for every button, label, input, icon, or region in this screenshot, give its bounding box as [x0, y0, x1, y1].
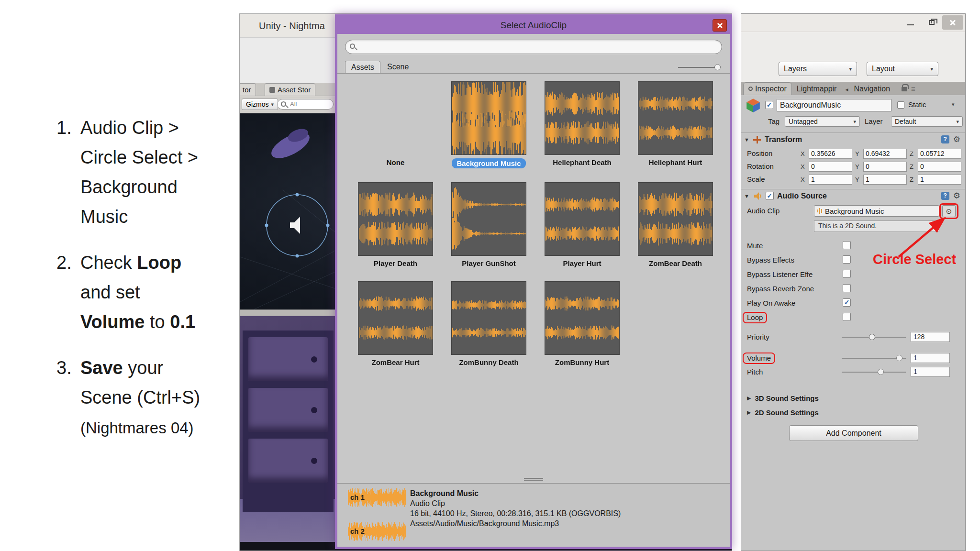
- waveform-thumbnail[interactable]: [638, 182, 713, 256]
- help-icon[interactable]: ?: [941, 135, 949, 143]
- step-line: Music: [80, 202, 198, 231]
- waveform-thumbnail[interactable]: [358, 281, 433, 355]
- axis-value-field[interactable]: 1: [809, 175, 852, 185]
- slider-handle[interactable]: [896, 355, 902, 361]
- asset-store-icon: [269, 87, 275, 93]
- axis-value-field[interactable]: 1: [918, 175, 961, 185]
- transform-component-header[interactable]: ▼ Transform ? ⚙: [741, 132, 965, 146]
- sound-settings-fold[interactable]: ▶3D Sound Settings: [747, 392, 819, 404]
- audio-source-enabled-checkbox[interactable]: ✓: [766, 192, 774, 200]
- audioclip-item[interactable]: Player GunShot: [451, 182, 526, 267]
- dialog-search-input[interactable]: [345, 40, 722, 54]
- slider-track[interactable]: [842, 358, 906, 359]
- property-checkbox[interactable]: [843, 255, 851, 264]
- property-label: Bypass Reverb Zone: [747, 283, 814, 294]
- fold-open-icon[interactable]: ▼: [744, 137, 749, 143]
- tab-asset-store[interactable]: Asset Stor: [265, 83, 315, 96]
- axis-value-field[interactable]: 0: [809, 162, 852, 172]
- tab-assets[interactable]: Assets: [345, 61, 380, 73]
- minimize-button[interactable]: [900, 15, 921, 30]
- slider-handle[interactable]: [869, 334, 875, 340]
- layer-dropdown[interactable]: Default ▾: [891, 116, 963, 127]
- audioclip-item[interactable]: ZomBear Death: [638, 182, 713, 267]
- thumbnail-size-slider[interactable]: [678, 63, 722, 72]
- close-button[interactable]: [942, 15, 963, 30]
- axis-value-field[interactable]: 0: [863, 162, 907, 172]
- gameobject-name-field[interactable]: BackgroundMusic: [777, 99, 891, 111]
- axis-value-field[interactable]: 0.69432: [863, 149, 907, 159]
- waveform-thumbnail[interactable]: [545, 182, 620, 256]
- audioclip-item[interactable]: None: [358, 81, 433, 168]
- add-component-button[interactable]: Add Component: [789, 425, 918, 441]
- tab-navigation[interactable]: Navigation: [849, 82, 895, 95]
- slider-track[interactable]: [842, 337, 906, 338]
- static-dropdown-arrow-icon[interactable]: ▾: [952, 101, 955, 108]
- tab-inspector[interactable]: Inspector: [743, 82, 792, 95]
- sound-settings-fold[interactable]: ▶2D Sound Settings: [747, 407, 819, 418]
- fold-open-icon[interactable]: ▼: [744, 193, 749, 199]
- audio-source-property-row: Loop: [747, 312, 961, 323]
- property-checkbox[interactable]: ✓: [843, 298, 851, 307]
- layers-dropdown[interactable]: Layers ▾: [779, 62, 857, 76]
- property-label: Bypass Effects: [747, 254, 794, 265]
- none-thumbnail[interactable]: [358, 81, 433, 155]
- waveform-thumbnail[interactable]: [451, 182, 526, 256]
- property-checkbox[interactable]: [843, 270, 851, 278]
- waveform-thumbnail[interactable]: [638, 81, 713, 155]
- preview-resize-handle[interactable]: [524, 477, 543, 482]
- gear-icon[interactable]: ⚙: [953, 191, 960, 201]
- audioclip-item[interactable]: Hellephant Hurt: [638, 81, 713, 168]
- property-checkbox[interactable]: [843, 241, 851, 249]
- waveform-thumbnail[interactable]: [451, 81, 526, 155]
- waveform-thumbnail[interactable]: [545, 81, 620, 155]
- axis-value-field[interactable]: 0: [918, 162, 961, 172]
- audioclip-item[interactable]: ZomBunny Hurt: [545, 281, 620, 366]
- audioclip-item[interactable]: Hellephant Death: [545, 81, 620, 168]
- tab-scroll-arrow-icon[interactable]: ◂: [845, 86, 848, 93]
- slider-handle[interactable]: [714, 64, 721, 70]
- axis-value-field[interactable]: 1: [863, 175, 907, 185]
- slider-track[interactable]: [842, 372, 906, 373]
- static-checkbox[interactable]: [897, 101, 904, 109]
- gizmos-dropdown[interactable]: Gizmos ▾: [242, 99, 278, 110]
- audio-clip-object-field[interactable]: Background Music: [814, 205, 939, 217]
- tab-fragment[interactable]: tor: [239, 83, 256, 96]
- slider-value-field[interactable]: 1: [911, 367, 950, 377]
- tab-scene[interactable]: Scene: [381, 61, 414, 73]
- waveform-thumbnail[interactable]: [451, 281, 526, 355]
- axis-value-field[interactable]: 0.05712: [918, 149, 961, 159]
- axis-value-field[interactable]: 0.35626: [809, 149, 852, 159]
- audioclip-item[interactable]: ZomBunny Death: [451, 281, 526, 366]
- property-checkbox[interactable]: [843, 313, 851, 321]
- audio-source-component-header[interactable]: ▼ ✓ Audio Source ? ⚙: [741, 189, 965, 202]
- lock-icon[interactable]: [902, 87, 907, 91]
- audioclip-item[interactable]: Player Death: [358, 182, 433, 267]
- scene-search-field[interactable]: All: [277, 99, 334, 110]
- tab-lightmapping[interactable]: Lightmappir: [792, 82, 842, 95]
- dialog-close-button[interactable]: [713, 19, 727, 32]
- audioclip-item[interactable]: Player Hurt: [545, 182, 620, 267]
- text-segment: Volume: [80, 312, 145, 332]
- layout-dropdown[interactable]: Layout ▾: [867, 62, 938, 76]
- help-icon[interactable]: ?: [941, 192, 949, 200]
- waveform-thumbnail[interactable]: [358, 182, 433, 256]
- axis-label: Y: [855, 150, 860, 157]
- audioclip-item[interactable]: Background Music: [451, 81, 526, 168]
- tab-menu-icon[interactable]: ≡: [911, 85, 915, 93]
- property-label: Loop: [743, 312, 767, 323]
- waveform-thumbnail[interactable]: [545, 281, 620, 355]
- gameobject-active-checkbox[interactable]: ✓: [765, 101, 773, 109]
- audio-source-gizmo-icon[interactable]: [264, 192, 331, 259]
- step-number: 2.: [56, 248, 80, 337]
- audioclip-item[interactable]: ZomBear Hurt: [358, 281, 433, 366]
- property-checkbox[interactable]: [843, 284, 851, 292]
- dialog-titlebar[interactable]: Select AudioClip: [337, 17, 730, 34]
- audioclip-grid: NoneBackground MusicHellephant DeathHell…: [358, 81, 714, 366]
- slider-value-field[interactable]: 1: [911, 353, 950, 363]
- restore-button[interactable]: [921, 15, 942, 30]
- tag-dropdown[interactable]: Untagged ▾: [785, 116, 860, 127]
- slider-value-field[interactable]: 128: [911, 332, 950, 342]
- gear-icon[interactable]: ⚙: [953, 134, 960, 144]
- slider-handle[interactable]: [878, 369, 884, 375]
- axis-label: Y: [855, 176, 860, 183]
